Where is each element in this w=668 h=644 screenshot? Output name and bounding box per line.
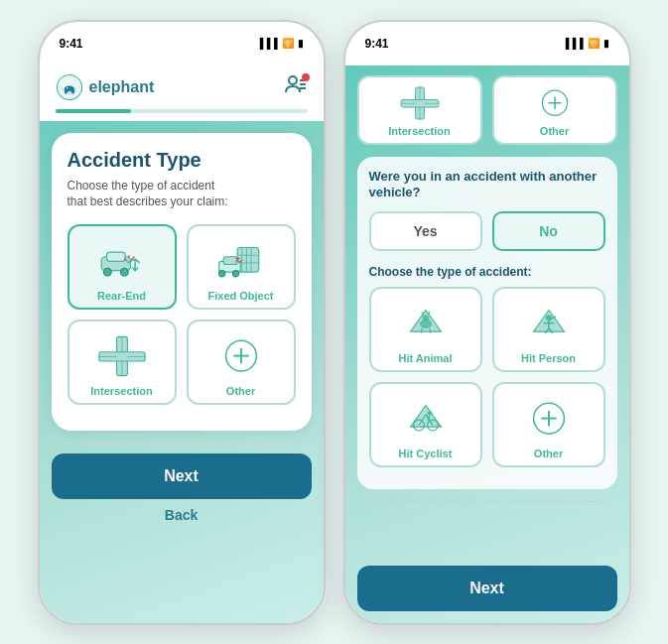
svg-point-54 — [427, 411, 432, 416]
accident-question-text: Were you in an accident with another veh… — [369, 169, 605, 202]
hit-animal-icon — [399, 302, 453, 345]
divider-2 — [369, 501, 605, 502]
hit-cyclist-label: Hit Cyclist — [399, 448, 453, 459]
svg-point-3 — [289, 76, 297, 84]
hit-cyclist-icon-container — [396, 394, 456, 444]
phone2-scroll-area: Intersection Other — [345, 65, 629, 558]
svg-point-46 — [545, 315, 551, 321]
hit-animal-label: Hit Animal — [399, 352, 453, 364]
status-icons-2: ▐▐▐ 🛜 ▮ — [562, 38, 608, 49]
intersection-icon-p2 — [398, 85, 442, 121]
accident-type-card: Accident Type Choose the type of acciden… — [52, 133, 312, 432]
wifi-icon: 🛜 — [282, 38, 294, 49]
accident-question-section: Were you in an accident with another veh… — [357, 157, 617, 490]
other-bottom-icon-container — [519, 394, 579, 444]
accident-type-section-label: Choose the type of accident: — [369, 265, 605, 279]
intersection-icon-container — [92, 331, 152, 381]
accident-type-grid-p2: Hit Animal — [369, 287, 605, 467]
signal-icon-2: ▐▐▐ — [562, 38, 583, 49]
intersection-label-p2: Intersection — [388, 125, 450, 137]
battery-icon: ▮ — [298, 38, 304, 49]
accident-option-hit-cyclist[interactable]: Hit Cyclist — [369, 382, 482, 467]
yes-button[interactable]: Yes — [369, 211, 482, 251]
card-subtitle: Choose the type of accident that best de… — [67, 178, 296, 211]
fixed-object-label: Fixed Object — [207, 290, 273, 302]
divider-1 — [52, 443, 312, 444]
svg-line-44 — [421, 328, 422, 333]
logo-area: elephant — [56, 73, 155, 101]
fixed-object-icon — [214, 239, 268, 283]
rear-end-icon-container — [92, 236, 152, 286]
status-icons-1: ▐▐▐ 🛜 ▮ — [256, 38, 303, 49]
phone2-bottom-bar: Next — [345, 558, 629, 623]
hit-cyclist-icon — [399, 397, 453, 441]
yes-no-row: Yes No — [369, 211, 605, 251]
signal-icon: ▐▐▐ — [256, 38, 277, 49]
no-button[interactable]: No — [492, 211, 605, 251]
accident-option-hit-person[interactable]: Hit Person — [492, 287, 605, 372]
hit-person-icon-container — [519, 299, 579, 348]
top-icons-grid: Intersection Other — [357, 75, 617, 145]
notification-dot — [302, 73, 310, 81]
hit-animal-icon-container — [396, 299, 456, 348]
svg-point-20 — [218, 271, 224, 277]
notch-2 — [448, 22, 527, 42]
svg-line-45 — [429, 328, 430, 333]
phone-2: 9:41 ▐▐▐ 🛜 ▮ — [343, 20, 631, 625]
phone-1: 9:41 ▐▐▐ 🛜 ▮ elephant — [38, 20, 326, 625]
card-title: Accident Type — [67, 149, 296, 172]
rear-end-icon — [95, 239, 149, 283]
other-top-icon-p2 — [533, 85, 577, 121]
intersection-icon — [95, 334, 149, 378]
app-name-label: elephant — [89, 78, 155, 96]
svg-point-9 — [103, 268, 111, 276]
accident-option-intersection[interactable]: Intersection — [67, 320, 177, 405]
user-menu-icon[interactable] — [284, 75, 308, 98]
battery-icon-2: ▮ — [603, 38, 609, 49]
accident-option-other-bottom-p2[interactable]: Other — [492, 382, 605, 467]
accident-option-rear-end[interactable]: Rear-End — [67, 224, 177, 310]
next-button-1[interactable]: Next — [52, 453, 312, 499]
other-icon-container — [211, 331, 271, 381]
other-label: Other — [226, 385, 255, 397]
other-top-icon-p2-container — [533, 85, 577, 121]
elephant-logo-icon — [56, 73, 83, 101]
svg-point-10 — [120, 268, 128, 276]
wifi-icon-2: 🛜 — [588, 38, 600, 49]
other-bottom-label-p2: Other — [534, 448, 563, 459]
svg-point-41 — [422, 315, 428, 321]
back-link[interactable]: Back — [40, 507, 324, 523]
hit-person-icon — [522, 302, 576, 345]
svg-rect-8 — [106, 252, 125, 261]
rear-end-label: Rear-End — [97, 290, 146, 302]
other-bottom-icon — [522, 397, 576, 441]
time-1: 9:41 — [60, 37, 83, 51]
progress-fill — [56, 109, 131, 113]
accident-option-other-top-p2[interactable]: Other — [492, 75, 617, 145]
other-icon — [214, 334, 268, 378]
progress-bar-section — [40, 109, 324, 121]
hit-person-label: Hit Person — [521, 352, 576, 364]
notch-1 — [142, 22, 221, 42]
accident-option-intersection-p2[interactable]: Intersection — [357, 75, 482, 145]
app-header-1: elephant — [40, 65, 324, 109]
next-button-2[interactable]: Next — [357, 566, 617, 611]
time-2: 9:41 — [365, 37, 389, 51]
svg-point-2 — [67, 87, 67, 88]
accident-option-other[interactable]: Other — [187, 320, 296, 405]
svg-rect-19 — [223, 257, 237, 265]
intersection-label: Intersection — [90, 385, 152, 397]
intersection-icon-p2-container — [398, 85, 442, 121]
accident-option-fixed-object[interactable]: Fixed Object — [187, 224, 296, 310]
fixed-object-icon-container — [211, 236, 271, 286]
accident-option-hit-animal[interactable]: Hit Animal — [369, 287, 482, 372]
progress-bar — [56, 109, 308, 113]
accident-options-grid: Rear-End — [67, 224, 296, 405]
svg-point-21 — [232, 271, 238, 277]
other-top-label-p2: Other — [540, 125, 569, 137]
